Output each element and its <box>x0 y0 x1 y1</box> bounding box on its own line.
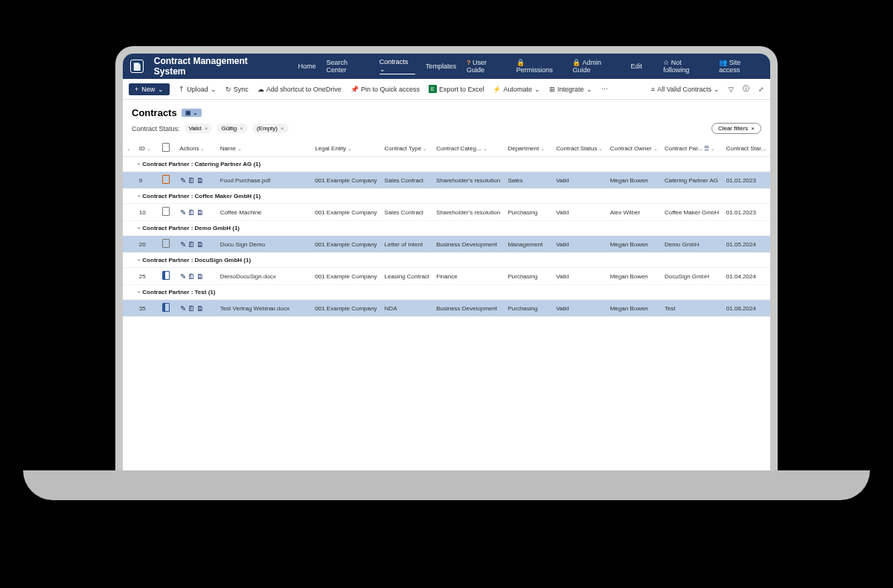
table-row[interactable]: 10✎🗓🗎Coffee Machine001 Example CompanySa… <box>123 204 770 221</box>
nav-contracts[interactable]: Contracts ⌄ <box>380 58 415 74</box>
col-legal-entity[interactable]: Legal Entity⌄ <box>313 140 382 157</box>
calendar-icon[interactable]: 🗓 <box>188 272 195 281</box>
pin-button[interactable]: 📌 Pin to Quick access <box>351 86 420 93</box>
laptop-base <box>23 470 870 500</box>
upload-button[interactable]: ⤒ Upload ⌄ <box>179 86 217 93</box>
close-icon[interactable]: × <box>281 125 284 132</box>
cell-partner: DocuSign GmbH <box>662 268 724 285</box>
col-expand[interactable]: ⌄ <box>123 140 137 157</box>
col-doc-icon[interactable] <box>160 140 177 157</box>
col-department[interactable]: Department⌄ <box>505 140 554 157</box>
group-row[interactable]: ›Contract Partner : Catering Partner AG … <box>123 157 770 172</box>
view-selector[interactable]: ≡ All Valid Contracts ⌄ <box>651 86 720 93</box>
col-start-date[interactable]: Contract Star... <box>724 140 770 157</box>
nav-permissions[interactable]: 🔒 Permissions <box>516 59 563 74</box>
calendar-icon[interactable]: 🗓 <box>188 304 195 313</box>
col-contract-type[interactable]: Contract Type⌄ <box>383 140 435 157</box>
cell-date: 01.08.2024 <box>724 300 770 317</box>
group-row[interactable]: ›Contract Partner : DocuSign GmbH (1) <box>123 253 770 268</box>
filter-icon[interactable]: ▽ <box>729 86 734 93</box>
automate-icon: ⚡ <box>493 86 501 93</box>
cell-partner: Test <box>662 300 724 317</box>
filter-chip-empty[interactable]: (Empty)× <box>252 124 289 133</box>
col-partner[interactable]: Contract Par... ☰⌄ <box>662 140 724 157</box>
close-icon[interactable]: × <box>205 125 208 132</box>
cell-actions: ✎🗓🗎 <box>177 300 217 317</box>
cell-legal-entity[interactable]: 001 Example Company <box>313 236 382 253</box>
col-contract-category[interactable]: Contract Categ...⌄ <box>434 140 505 157</box>
site-access-button[interactable]: 👥 Site access <box>719 59 763 74</box>
nav-user-guide[interactable]: ? User Guide <box>467 59 506 74</box>
copy-icon[interactable]: 🗎 <box>196 240 204 249</box>
file-type-icon <box>162 175 170 184</box>
col-actions[interactable]: Actions⌄ <box>177 140 217 157</box>
col-name[interactable]: Name⌄ <box>218 140 313 157</box>
clear-filters-button[interactable]: Clear filters× <box>711 123 761 134</box>
close-icon[interactable]: × <box>240 125 243 132</box>
cell-name[interactable]: Test Vertrag Webinar.docx <box>218 300 313 317</box>
calendar-icon[interactable]: 🗓 <box>188 176 195 185</box>
copy-icon[interactable]: 🗎 <box>196 208 204 217</box>
cell-name[interactable]: Docu Sign Demo <box>218 236 313 253</box>
table-row[interactable]: 9✎🗓🗎Food Purchase.pdf001 Example Company… <box>123 172 770 189</box>
sync-button[interactable]: ↻ Sync <box>225 86 249 93</box>
expand-icon[interactable]: ⤢ <box>758 86 764 93</box>
sync-icon: ↻ <box>225 86 231 93</box>
filter-chip-gultig[interactable]: Gültig× <box>217 124 248 133</box>
cell-contract-status: Valid <box>554 236 607 253</box>
list-icon-badge[interactable]: ▣ ⌄ <box>182 109 202 117</box>
group-row[interactable]: ›Contract Partner : Test (1) <box>123 285 770 300</box>
edit-icon[interactable]: ✎ <box>180 304 186 313</box>
cell-name[interactable]: Food Purchase.pdf <box>218 172 313 189</box>
excel-icon: E <box>429 85 437 93</box>
edit-icon[interactable]: ✎ <box>180 272 186 281</box>
nav-admin-guide[interactable]: 🔒 Admin Guide <box>572 59 620 74</box>
question-icon: ? <box>467 59 471 66</box>
cell-owner: Alex Wilber <box>608 204 662 221</box>
upload-icon: ⤒ <box>179 86 185 93</box>
cell-name[interactable]: Coffee Machine <box>218 204 313 221</box>
cell-name[interactable]: DemoDocuSign.docx <box>218 268 313 285</box>
cell-legal-entity[interactable]: 001 Example Company <box>313 172 382 189</box>
nav-templates[interactable]: Templates <box>426 63 456 70</box>
table-row[interactable]: 25✎🗓🗎DemoDocuSign.docx001 Example Compan… <box>123 268 770 285</box>
group-row[interactable]: ›Contract Partner : Coffee Maker GmbH (1… <box>123 189 770 204</box>
export-excel-button[interactable]: E Export to Excel <box>429 85 484 93</box>
edit-icon[interactable]: ✎ <box>180 240 186 249</box>
not-following-button[interactable]: ☆ Not following <box>663 59 708 74</box>
edit-icon[interactable]: ✎ <box>180 176 186 185</box>
edit-icon[interactable]: ✎ <box>180 208 186 217</box>
col-contract-status[interactable]: Contract Status⌄ <box>554 140 607 157</box>
document-icon <box>162 143 170 152</box>
copy-icon[interactable]: 🗎 <box>196 272 204 281</box>
col-owner[interactable]: Contract Owner⌄ <box>608 140 662 157</box>
nav-home[interactable]: Home <box>298 63 316 70</box>
page-title: Contracts <box>132 107 177 118</box>
cell-owner: Megan Bowen <box>608 236 662 253</box>
more-button[interactable]: ⋯ <box>601 86 608 93</box>
col-id[interactable]: ID⌄ <box>137 140 160 157</box>
cell-legal-entity[interactable]: 001 Example Company <box>313 300 382 317</box>
info-icon[interactable]: ⓘ <box>743 84 749 94</box>
copy-icon[interactable]: 🗎 <box>196 304 204 313</box>
pin-icon: 📌 <box>351 86 359 93</box>
cell-legal-entity[interactable]: 001 Example Company <box>313 204 382 221</box>
table-row[interactable]: 35✎🗓🗎Test Vertrag Webinar.docx001 Exampl… <box>123 300 770 317</box>
calendar-icon[interactable]: 🗓 <box>188 208 195 217</box>
cell-id: 35 <box>137 300 160 317</box>
automate-button[interactable]: ⚡ Automate ⌄ <box>493 86 540 93</box>
cell-actions: ✎🗓🗎 <box>177 204 217 221</box>
table-row[interactable]: 20✎🗓🗎Docu Sign Demo001 Example CompanyLe… <box>123 236 770 253</box>
new-button[interactable]: + New ⌄ <box>129 83 170 95</box>
cell-contract-category: Business Development <box>434 236 505 253</box>
calendar-icon[interactable]: 🗓 <box>188 240 195 249</box>
group-row[interactable]: ›Contract Partner : Demo GmbH (1) <box>123 221 770 236</box>
screen: 📄 Contract Management System Home Search… <box>123 54 770 470</box>
shortcut-button[interactable]: ☁ Add shortcut to OneDrive <box>257 86 342 93</box>
cell-legal-entity[interactable]: 001 Example Company <box>313 268 382 285</box>
nav-search-center[interactable]: Search Center <box>326 59 368 74</box>
filter-chip-valid[interactable]: Valid× <box>185 124 213 133</box>
copy-icon[interactable]: 🗎 <box>196 176 204 185</box>
integrate-button[interactable]: ⊞ Integrate ⌄ <box>549 86 592 93</box>
nav-edit[interactable]: Edit <box>631 63 643 70</box>
